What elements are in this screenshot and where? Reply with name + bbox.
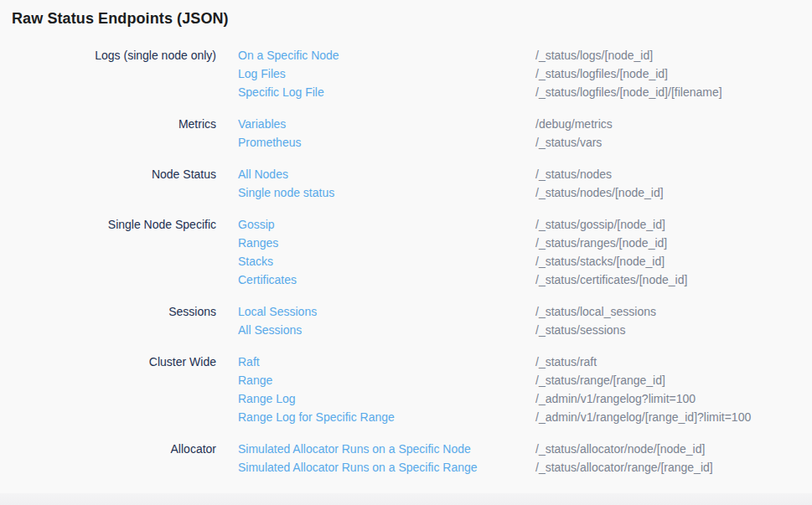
- section-category: Single Node Specific: [0, 215, 216, 234]
- endpoint-link[interactable]: Variables: [238, 115, 286, 133]
- endpoint-section: Single Node Specific GossipRangesStacksC…: [0, 215, 812, 289]
- endpoint-link[interactable]: Certificates: [238, 271, 297, 289]
- endpoint-link[interactable]: Gossip: [238, 215, 275, 234]
- section-links: Simulated Allocator Runs on a Specific N…: [238, 440, 535, 477]
- endpoint-section: Logs (single node only) On a Specific No…: [0, 46, 812, 101]
- endpoint-link[interactable]: Prometheus: [238, 133, 301, 152]
- section-paths: /_status/allocator/node/[node_id]/_statu…: [535, 440, 812, 477]
- endpoint-section: Cluster Wide RaftRangeRange LogRange Log…: [0, 353, 812, 426]
- section-category: Metrics: [0, 115, 216, 133]
- page-title: Raw Status Endpoints (JSON): [12, 10, 229, 28]
- endpoint-path: /_status/local_sessions: [535, 302, 656, 321]
- endpoint-link[interactable]: Stacks: [238, 252, 273, 271]
- endpoint-link[interactable]: Single node status: [238, 183, 334, 202]
- section-category: Logs (single node only): [0, 46, 216, 64]
- section-links: RaftRangeRange LogRange Log for Specific…: [238, 353, 535, 426]
- section-links: All NodesSingle node status: [238, 165, 535, 202]
- section-links: Local SessionsAll Sessions: [238, 302, 535, 339]
- endpoint-path: /_admin/v1/rangelog?limit=100: [535, 389, 696, 408]
- endpoint-section: Node Status All NodesSingle node status …: [0, 165, 812, 202]
- endpoint-section: Metrics VariablesPrometheus /debug/metri…: [0, 115, 812, 152]
- endpoint-link[interactable]: Ranges: [238, 234, 278, 252]
- endpoint-link[interactable]: Range: [238, 371, 272, 389]
- endpoint-path: /_status/logfiles/[node_id]/[filename]: [535, 83, 722, 101]
- endpoint-path: /_status/vars: [535, 133, 602, 152]
- section-paths: /_status/local_sessions/_status/sessions: [535, 302, 812, 339]
- endpoint-link[interactable]: Specific Log File: [238, 83, 324, 101]
- section-category: Allocator: [0, 440, 216, 458]
- endpoint-path: /_status/sessions: [535, 321, 625, 339]
- section-links: GossipRangesStacksCertificates: [238, 215, 535, 289]
- section-paths: /_status/nodes/_status/nodes/[node_id]: [535, 165, 812, 202]
- endpoint-path: /_status/raft: [535, 353, 597, 371]
- endpoint-section: Allocator Simulated Allocator Runs on a …: [0, 440, 812, 477]
- endpoint-link[interactable]: Range Log: [238, 389, 296, 408]
- endpoint-link[interactable]: Range Log for Specific Range: [238, 408, 395, 426]
- endpoint-path: /_status/range/[range_id]: [535, 371, 665, 389]
- endpoint-path: /_status/allocator/range/[range_id]: [535, 458, 713, 477]
- endpoint-path: /_status/allocator/node/[node_id]: [535, 440, 705, 458]
- section-category: Sessions: [0, 302, 216, 321]
- section-category: Node Status: [0, 165, 216, 183]
- endpoint-path: /_status/stacks/[node_id]: [535, 252, 665, 271]
- endpoint-link[interactable]: Local Sessions: [238, 302, 317, 321]
- endpoint-link[interactable]: On a Specific Node: [238, 46, 339, 64]
- section-paths: /_status/logs/[node_id]/_status/logfiles…: [535, 46, 812, 101]
- endpoint-path: /_status/certificates/[node_id]: [535, 271, 687, 289]
- endpoint-link[interactable]: Raft: [238, 353, 260, 371]
- endpoint-path: /_status/nodes/[node_id]: [535, 183, 664, 202]
- section-paths: /debug/metrics/_status/vars: [535, 115, 812, 152]
- endpoint-section: Sessions Local SessionsAll Sessions /_st…: [0, 302, 812, 339]
- endpoint-link[interactable]: Simulated Allocator Runs on a Specific R…: [238, 458, 478, 477]
- endpoint-path: /_status/gossip/[node_id]: [535, 215, 665, 234]
- section-paths: /_status/raft/_status/range/[range_id]/_…: [535, 353, 812, 426]
- endpoint-path: /_status/ranges/[node_id]: [535, 234, 667, 252]
- section-links: VariablesPrometheus: [238, 115, 535, 152]
- endpoint-link[interactable]: All Nodes: [238, 165, 288, 183]
- endpoint-link[interactable]: Simulated Allocator Runs on a Specific N…: [238, 440, 471, 458]
- section-paths: /_status/gossip/[node_id]/_status/ranges…: [535, 215, 812, 289]
- endpoint-link[interactable]: Log Files: [238, 64, 286, 83]
- section-category: Cluster Wide: [0, 353, 216, 371]
- endpoint-path: /_status/logfiles/[node_id]: [535, 64, 668, 83]
- bottom-divider: [0, 493, 812, 505]
- endpoint-path: /_status/logs/[node_id]: [535, 46, 653, 64]
- endpoint-path: /_status/nodes: [535, 165, 612, 183]
- endpoint-path: /debug/metrics: [535, 115, 613, 133]
- endpoint-link[interactable]: All Sessions: [238, 321, 302, 339]
- endpoint-path: /_admin/v1/rangelog/[range_id]?limit=100: [535, 408, 751, 426]
- section-links: On a Specific NodeLog FilesSpecific Log …: [238, 46, 535, 101]
- endpoint-sections: Logs (single node only) On a Specific No…: [0, 46, 812, 490]
